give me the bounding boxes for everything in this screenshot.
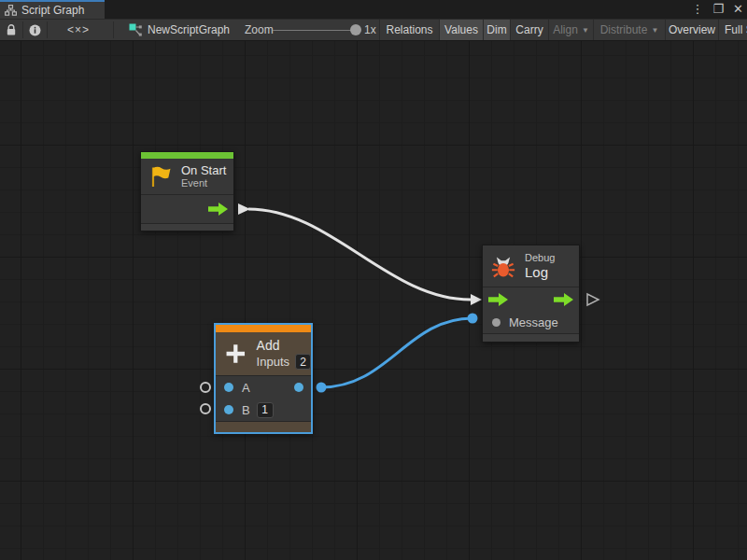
port-b-label: B (242, 403, 250, 417)
port-row-a: A (216, 376, 311, 399)
tab-title: Script Graph (21, 4, 84, 17)
script-graph-asset-icon (129, 23, 142, 36)
output-port-sum[interactable] (294, 383, 303, 392)
toolbar-button-fullscreen[interactable]: Full S (718, 20, 747, 40)
port-a-label: A (242, 381, 250, 395)
title-bar: Script Graph ⋮ ❐ ✕ (0, 0, 747, 19)
plus-icon (223, 340, 248, 368)
window-maximize-icon[interactable]: ❐ (712, 0, 724, 19)
input-port-a[interactable] (224, 383, 233, 392)
window-menu-icon[interactable]: ⋮ (691, 0, 703, 19)
toolbar-button-align[interactable]: Align ▼ (548, 20, 593, 40)
node-footer (483, 333, 579, 342)
node-surtitle: Debug (525, 252, 555, 264)
chevron-down-icon: ▼ (651, 26, 658, 35)
lock-button[interactable] (6, 20, 17, 40)
node-debug-log[interactable]: Debug Log Message (482, 245, 580, 343)
node-subtitle: Event (181, 177, 226, 189)
message-input-row: Message (483, 312, 579, 333)
node-footer (216, 421, 311, 432)
lock-icon (6, 24, 17, 36)
port-b-value-field[interactable]: 1 (257, 402, 274, 418)
node-on-start[interactable]: On Start Event (140, 151, 234, 231)
message-port-label: Message (509, 315, 558, 329)
toolbar-button-overview[interactable]: Overview (665, 20, 718, 40)
math-color-bar (216, 325, 311, 332)
input-port-b[interactable] (224, 405, 233, 414)
node-title: On Start (181, 163, 226, 177)
info-button[interactable] (29, 20, 41, 40)
graph-asset-selector[interactable]: NewScriptGraph (129, 20, 230, 40)
zoom-label: Zoom (245, 20, 274, 40)
debug-output-target-triangle-icon[interactable] (587, 294, 599, 305)
node-title: Log (525, 264, 555, 280)
event-color-bar (141, 152, 233, 159)
tab-script-graph[interactable]: Script Graph (0, 0, 105, 19)
info-icon (29, 24, 41, 36)
port-row-b: B 1 (216, 399, 311, 421)
zoom-slider-handle[interactable] (350, 24, 361, 35)
control-flow-row (483, 287, 579, 312)
node-title: Add (257, 338, 311, 354)
flag-icon (148, 165, 173, 189)
chevron-down-icon: ▼ (582, 26, 589, 35)
graph-name-label: NewScriptGraph (148, 23, 230, 36)
flow-input-port[interactable] (488, 293, 508, 306)
window-close-icon[interactable]: ✕ (733, 0, 743, 19)
wire-add-to-message[interactable] (317, 314, 478, 393)
toolbar-button-dim[interactable]: Dim (483, 20, 510, 40)
input-b-drop-target-icon[interactable] (200, 403, 211, 414)
toolbar-button-distribute[interactable]: Distribute ▼ (593, 20, 665, 40)
node-footer (141, 223, 233, 231)
code-icon: <×> (67, 23, 90, 36)
toolbar-button-values[interactable]: Values (439, 20, 483, 40)
flow-output-port[interactable] (554, 293, 573, 306)
toolbar-button-carry[interactable]: Carry (510, 20, 548, 40)
graph-window-icon (5, 5, 17, 16)
wire-onstart-to-debuglog[interactable] (238, 203, 482, 305)
node-add[interactable]: Add Inputs 2 A B 1 (214, 323, 313, 434)
graph-toolbar: <×> NewScriptGraph Zoom 1x Relations Val… (0, 19, 747, 41)
wire-layer (0, 41, 747, 560)
message-input-port[interactable] (492, 318, 500, 327)
control-output-row (141, 194, 233, 223)
edit-graph-button[interactable]: <×> (67, 20, 90, 40)
graph-canvas[interactable]: On Start Event Debug Log (0, 41, 747, 560)
flow-output-port[interactable] (208, 203, 228, 216)
zoom-slider-track[interactable] (273, 30, 359, 31)
zoom-value: 1x (364, 20, 376, 40)
bug-icon (491, 254, 515, 279)
input-a-drop-target-icon[interactable] (200, 382, 211, 393)
inputs-count-field[interactable]: 2 (295, 354, 311, 370)
toolbar-button-relations[interactable]: Relations (379, 20, 439, 40)
inputs-label: Inputs (257, 356, 289, 368)
